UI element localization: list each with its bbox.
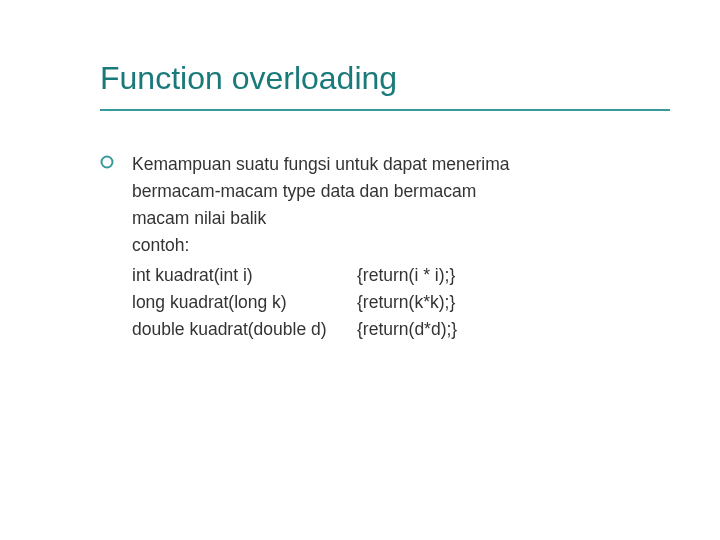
code-example-block: int kuadrat(int i) {return(i * i);} long… — [132, 262, 509, 343]
svg-point-0 — [102, 157, 113, 168]
body-text-line: bermacam-macam type data dan bermacam — [132, 178, 509, 205]
code-signature: long kuadrat(long k) — [132, 289, 357, 316]
code-row: double kuadrat(double d) {return(d*d);} — [132, 316, 509, 343]
body-text-line: Kemampuan suatu fungsi untuk dapat mener… — [132, 151, 509, 178]
code-row: long kuadrat(long k) {return(k*k);} — [132, 289, 509, 316]
code-signature: double kuadrat(double d) — [132, 316, 357, 343]
code-body: {return(d*d);} — [357, 316, 509, 343]
contoh-label: contoh: — [132, 232, 509, 259]
code-signature: int kuadrat(int i) — [132, 262, 357, 289]
bullet-item: Kemampuan suatu fungsi untuk dapat mener… — [100, 151, 670, 343]
slide-title: Function overloading — [100, 60, 670, 97]
code-body: {return(i * i);} — [357, 262, 509, 289]
bullet-circle-icon — [100, 155, 114, 173]
code-row: int kuadrat(int i) {return(i * i);} — [132, 262, 509, 289]
code-body: {return(k*k);} — [357, 289, 509, 316]
body-text-line: macam nilai balik — [132, 205, 509, 232]
title-underline — [100, 109, 670, 111]
bullet-content: Kemampuan suatu fungsi untuk dapat mener… — [132, 151, 509, 343]
